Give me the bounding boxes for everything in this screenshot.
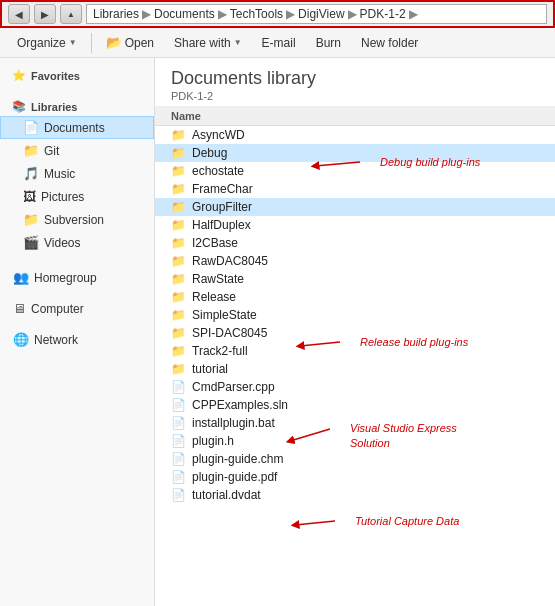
bat-icon: 📄 <box>171 416 186 430</box>
organize-button[interactable]: Organize ▼ <box>8 31 86 55</box>
file-item-asyncwd[interactable]: 📁 AsyncWD <box>155 126 555 144</box>
folder-icon: 📁 <box>171 272 186 286</box>
sidebar-item-subversion[interactable]: 📁 Subversion <box>0 208 154 231</box>
folder-icon: 📁 <box>171 182 186 196</box>
libraries-icon: 📚 <box>12 100 26 113</box>
file-item-simplestate[interactable]: 📁 SimpleState <box>155 306 555 324</box>
pdf-icon: 📄 <box>171 470 186 484</box>
folder-icon: 📁 <box>171 200 186 214</box>
folder-icon: 📁 <box>171 362 186 376</box>
open-button[interactable]: 📂 Open <box>97 31 163 55</box>
subversion-icon: 📁 <box>23 212 39 227</box>
file-item-plugin-h[interactable]: 📄 plugin.h <box>155 432 555 450</box>
file-item-i2cbase[interactable]: 📁 I2CBase <box>155 234 555 252</box>
toolbar: Organize ▼ 📂 Open Share with ▼ E-mail Bu… <box>0 28 555 58</box>
sidebar-item-homegroup[interactable]: 👥 Homegroup <box>0 266 154 289</box>
file-item-cppexamples[interactable]: 📄 CPPExamples.sln <box>155 396 555 414</box>
file-item-tutorial[interactable]: 📁 tutorial <box>155 360 555 378</box>
network-icon: 🌐 <box>13 332 29 347</box>
share-with-button[interactable]: Share with ▼ <box>165 31 251 55</box>
folder-icon: 📁 <box>171 218 186 232</box>
folder-icon: 📁 <box>171 146 186 160</box>
git-icon: 📁 <box>23 143 39 158</box>
computer-icon: 🖥 <box>13 301 26 316</box>
new-folder-button[interactable]: New folder <box>352 31 427 55</box>
annotation-tutorial-arrow <box>290 511 355 531</box>
sidebar-item-pictures[interactable]: 🖼 Pictures <box>0 185 154 208</box>
column-name: Name <box>171 110 201 122</box>
address-bar: ◀ ▶ ▲ Libraries ▶ Documents ▶ TechTools … <box>0 0 555 28</box>
back-button[interactable]: ◀ <box>8 4 30 24</box>
file-item-debug[interactable]: 📁 Debug <box>155 144 555 162</box>
library-title: Documents library <box>171 68 539 89</box>
folder-icon: 📁 <box>171 164 186 178</box>
file-item-plugin-guide-pdf[interactable]: 📄 plugin-guide.pdf <box>155 468 555 486</box>
favorites-header: ⭐ Favorites <box>0 66 154 85</box>
pictures-icon: 🖼 <box>23 189 36 204</box>
folder-icon: 📁 <box>171 326 186 340</box>
sidebar-item-documents[interactable]: 📄 Documents <box>0 116 154 139</box>
file-item-spidac8045[interactable]: 📁 SPI-DAC8045 <box>155 324 555 342</box>
burn-button[interactable]: Burn <box>307 31 350 55</box>
file-list: 📁 AsyncWD 📁 Debug 📁 echostate 📁 FrameCha… <box>155 126 555 606</box>
folder-icon: 📁 <box>171 290 186 304</box>
folder-icon: 📁 <box>171 308 186 322</box>
content-header: Documents library PDK-1-2 <box>155 58 555 107</box>
path-documents: Documents <box>154 7 215 21</box>
chm-icon: 📄 <box>171 452 186 466</box>
email-button[interactable]: E-mail <box>253 31 305 55</box>
videos-icon: 🎬 <box>23 235 39 250</box>
toolbar-separator-1 <box>91 33 92 53</box>
sidebar-item-computer[interactable]: 🖥 Computer <box>0 297 154 320</box>
file-item-tutorial-dvdat[interactable]: 📄 tutorial.dvdat <box>155 486 555 504</box>
open-icon: 📂 <box>106 35 122 50</box>
file-item-installplugin[interactable]: 📄 installplugin.bat <box>155 414 555 432</box>
content-area: Documents library PDK-1-2 Name 📁 AsyncWD… <box>155 58 555 606</box>
dvdat-icon: 📄 <box>171 488 186 502</box>
file-item-track2full[interactable]: 📁 Track2-full <box>155 342 555 360</box>
documents-icon: 📄 <box>23 120 39 135</box>
sidebar-item-git[interactable]: 📁 Git <box>0 139 154 162</box>
address-path[interactable]: Libraries ▶ Documents ▶ TechTools ▶ Digi… <box>86 4 547 24</box>
sln-icon: 📄 <box>171 398 186 412</box>
main-layout: ⭐ Favorites 📚 Libraries 📄 Documents 📁 Gi… <box>0 58 555 606</box>
homegroup-icon: 👥 <box>13 270 29 285</box>
sidebar-item-music[interactable]: 🎵 Music <box>0 162 154 185</box>
file-item-rawdac8045[interactable]: 📁 RawDAC8045 <box>155 252 555 270</box>
forward-button[interactable]: ▶ <box>34 4 56 24</box>
path-libraries: Libraries <box>93 7 139 21</box>
svg-line-3 <box>295 521 335 525</box>
music-icon: 🎵 <box>23 166 39 181</box>
libraries-header: 📚 Libraries <box>0 97 154 116</box>
sidebar: ⭐ Favorites 📚 Libraries 📄 Documents 📁 Gi… <box>0 58 155 606</box>
folder-icon: 📁 <box>171 344 186 358</box>
file-item-release[interactable]: 📁 Release <box>155 288 555 306</box>
file-item-framechar[interactable]: 📁 FrameChar <box>155 180 555 198</box>
file-item-groupfilter[interactable]: 📁 GroupFilter <box>155 198 555 216</box>
favorites-section: ⭐ Favorites <box>0 66 154 85</box>
libraries-section: 📚 Libraries 📄 Documents 📁 Git 🎵 Music 🖼 … <box>0 97 154 254</box>
cpp-icon: 📄 <box>171 380 186 394</box>
folder-icon: 📁 <box>171 236 186 250</box>
annotation-tutorial: Tutorial Capture Data <box>290 511 459 531</box>
file-item-plugin-guide-chm[interactable]: 📄 plugin-guide.chm <box>155 450 555 468</box>
library-subtitle: PDK-1-2 <box>171 90 539 102</box>
organize-dropdown-arrow: ▼ <box>69 38 77 47</box>
file-item-echostate[interactable]: 📁 echostate <box>155 162 555 180</box>
path-pdk: PDK-1-2 <box>360 7 406 21</box>
file-list-header: Name <box>155 107 555 126</box>
file-item-rawstate[interactable]: 📁 RawState <box>155 270 555 288</box>
h-icon: 📄 <box>171 434 186 448</box>
path-digiview: DigiView <box>298 7 344 21</box>
favorites-icon: ⭐ <box>12 69 26 82</box>
folder-icon: 📁 <box>171 254 186 268</box>
up-button[interactable]: ▲ <box>60 4 82 24</box>
sidebar-item-network[interactable]: 🌐 Network <box>0 328 154 351</box>
folder-icon: 📁 <box>171 128 186 142</box>
path-techtools: TechTools <box>230 7 283 21</box>
annotation-tutorial-text: Tutorial Capture Data <box>355 515 459 527</box>
sidebar-item-videos[interactable]: 🎬 Videos <box>0 231 154 254</box>
file-item-halfduplex[interactable]: 📁 HalfDuplex <box>155 216 555 234</box>
share-dropdown-arrow: ▼ <box>234 38 242 47</box>
file-item-cmdparser[interactable]: 📄 CmdParser.cpp <box>155 378 555 396</box>
